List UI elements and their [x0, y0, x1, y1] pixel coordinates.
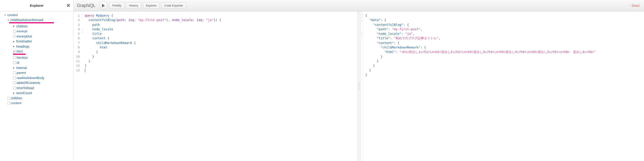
- topbar: GraphiQL Prettify History Explorer Code …: [74, 0, 644, 11]
- explorer-button[interactable]: Explorer: [143, 2, 160, 9]
- query-name: MyQuery: [96, 14, 109, 17]
- tree-label: content: [7, 12, 18, 17]
- tree-label: wordCount: [16, 91, 32, 95]
- checkbox-icon[interactable]: [13, 61, 16, 64]
- text-cursor: [85, 68, 85, 72]
- checkbox-icon[interactable]: [13, 71, 16, 74]
- json-key: "contentfulBlog": [373, 23, 403, 26]
- tree-node-content[interactable]: ▼ content: [4, 12, 74, 17]
- field: childMarkdownRemark: [96, 41, 132, 45]
- tree-node-headings[interactable]: ▶ headings: [4, 44, 74, 49]
- tree-node-children[interactable]: ▶ children: [4, 24, 74, 29]
- result-viewer: ▾▾▾▾▾ { "data": { "contentfulBlog": { "p…: [360, 11, 644, 161]
- query-code[interactable]: query MyQuery { contentfulBlog(path: {eq…: [84, 11, 358, 161]
- chevron-down-icon: ▼: [7, 18, 10, 22]
- chevron-right-icon: ▶: [13, 45, 15, 48]
- tree-label: excerpt: [17, 29, 28, 34]
- json-key: "path": [377, 27, 388, 31]
- logo-text: Graph: [77, 3, 89, 8]
- field: contentfulBlog: [88, 18, 115, 22]
- argument: path: [117, 18, 124, 22]
- docs-button[interactable]: 〈 Docs: [625, 3, 642, 8]
- checkbox-icon[interactable]: [7, 102, 10, 104]
- tree-label: id: [17, 60, 19, 65]
- tree-label: parent: [17, 70, 26, 75]
- tree-node-parent[interactable]: parent: [4, 70, 74, 75]
- json-key: "html": [384, 50, 396, 54]
- tree-node-htmlast[interactable]: htmlAst: [4, 55, 74, 60]
- tree-node-html[interactable]: html: [4, 49, 74, 54]
- tree-label: frontmatter: [16, 39, 32, 44]
- execute-button[interactable]: [99, 1, 108, 10]
- tree-node-rawmarkdownbody[interactable]: rawMarkdownBody: [4, 75, 74, 80]
- chevron-left-icon: 〈: [628, 3, 631, 8]
- tree-node-id[interactable]: id: [4, 60, 74, 65]
- logo-text: QL: [90, 3, 96, 8]
- chevron-right-icon: ▶: [13, 40, 15, 43]
- json-key: "title": [377, 36, 390, 40]
- tree-node-wordcount[interactable]: ▶ wordCount: [4, 91, 74, 95]
- checkbox-icon[interactable]: [13, 35, 16, 38]
- checkbox-icon[interactable]: [13, 30, 16, 33]
- chevron-down-icon: ▼: [4, 13, 6, 17]
- tree-node-frontmatter[interactable]: ▶ frontmatter: [4, 39, 74, 44]
- line-gutter: 1 2 3 4 5 6 7 8 9 10 11 12 13: [74, 11, 81, 161]
- query-editor[interactable]: 1 2 3 4 5 6 7 8 9 10 11 12 13 ▾▾▾▾: [74, 11, 358, 161]
- pane-splitter[interactable]: [358, 11, 360, 161]
- tree-node-childmarkdownremark[interactable]: ▼ childMarkdownRemark: [4, 17, 74, 22]
- tree-node-internal[interactable]: ▶ internal: [4, 65, 74, 70]
- tree-node-excerptast[interactable]: excerptAst: [4, 34, 74, 39]
- chevron-right-icon: ▶: [13, 91, 15, 95]
- tree-label: childMarkdownRemark: [10, 17, 44, 22]
- checkbox-icon[interactable]: [13, 87, 16, 89]
- checkbox-icon[interactable]: [13, 50, 16, 53]
- string: "my-first-post": [138, 18, 166, 22]
- explorer-panel: Explorer ✕ ▼ content ▼ childMarkdownRema…: [0, 0, 74, 161]
- checkbox-icon[interactable]: [13, 56, 16, 59]
- checkbox-icon[interactable]: [13, 82, 16, 84]
- json-key: "content": [377, 41, 394, 45]
- tree-label: headings: [16, 44, 30, 49]
- explorer-title: Explorer: [30, 3, 44, 7]
- argument: eq: [198, 18, 202, 22]
- tree-node-sibling-children[interactable]: children: [4, 96, 74, 101]
- tree-node-sibling-content[interactable]: content: [4, 101, 74, 106]
- fold-gutter: ▾▾▾▾▾: [360, 11, 364, 161]
- history-button[interactable]: History: [126, 2, 141, 9]
- checkbox-icon[interactable]: [13, 77, 16, 79]
- field: path: [92, 23, 100, 26]
- explorer-header: Explorer ✕: [0, 0, 74, 11]
- tree-label: tableOfContents: [17, 80, 40, 85]
- docs-label: Docs: [632, 3, 640, 7]
- checkbox-icon[interactable]: [7, 97, 10, 100]
- argument: node_locale: [172, 18, 193, 22]
- tree-label: children: [16, 24, 28, 29]
- string: "ja": [206, 18, 214, 22]
- graphiql-logo: GraphiQL: [76, 3, 97, 8]
- chevron-right-icon: ▶: [13, 66, 15, 70]
- json-value: "初めてのブログ記事タイトル": [394, 36, 438, 40]
- json-key: "data": [369, 18, 380, 22]
- tree-label: excerptAst: [17, 34, 32, 39]
- tree-node-tableofcontents[interactable]: tableOfContents: [4, 80, 74, 85]
- tree-node-excerpt[interactable]: excerpt: [4, 29, 74, 34]
- field: title: [92, 32, 102, 35]
- json-value: "ja": [405, 32, 413, 35]
- tree-label: rawMarkdownBody: [17, 75, 44, 80]
- close-icon[interactable]: ✕: [66, 3, 70, 8]
- result-code[interactable]: { "data": { "contentfulBlog": { "path": …: [364, 11, 644, 161]
- json-key: "node_locale": [377, 32, 402, 35]
- tree-node-timetoread[interactable]: timeToRead: [4, 86, 74, 91]
- json-value: "<h1>見出し1</h1>\n<h2>見出し2</h2>\n<h3>見出し3<…: [400, 50, 596, 54]
- tree-label: timeToRead: [17, 86, 34, 91]
- prettify-button[interactable]: Prettify: [110, 2, 124, 9]
- field: html: [100, 46, 108, 49]
- graphiql-main: GraphiQL Prettify History Explorer Code …: [74, 0, 644, 161]
- chevron-right-icon: ▶: [13, 24, 15, 28]
- field: node_locale: [92, 27, 113, 31]
- code-exporter-button[interactable]: Code Exporter: [162, 2, 186, 9]
- field: content: [92, 36, 106, 40]
- editor-panes: 1 2 3 4 5 6 7 8 9 10 11 12 13 ▾▾▾▾: [74, 11, 644, 161]
- tree-label: content: [11, 101, 22, 106]
- tree-label: htmlAst: [17, 55, 28, 60]
